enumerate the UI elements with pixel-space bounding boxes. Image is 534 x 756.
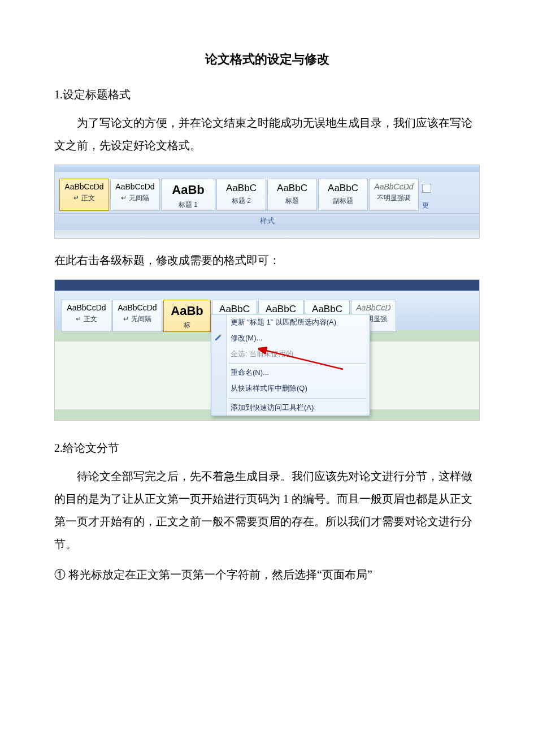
style-tile-b-2[interactable]: AaBb标: [163, 300, 211, 332]
style-label: 标题 1: [164, 200, 212, 210]
style-label: 副标题: [321, 196, 365, 206]
style-tile-1[interactable]: AaBbCcDd↵ 无间隔: [110, 179, 160, 211]
style-label: 标题 2: [219, 196, 263, 206]
ctx-select-all-unused: 全选: 当前未使用的: [211, 346, 370, 362]
context-menu-separator-2: [228, 398, 366, 399]
more-styles-button[interactable]: 更: [420, 179, 432, 211]
paragraph-3: 待论文全部写完之后，先不着急生成目录。我们应该先对论文进行分节，这样做的目的是为…: [54, 465, 480, 555]
ribbon-bottom-strip: [55, 230, 479, 238]
ctx-modify[interactable]: 修改(M)...: [211, 330, 370, 346]
window-titlebar-strip: [55, 280, 479, 291]
style-tile-5[interactable]: AaBbC副标题: [318, 179, 368, 211]
style-preview: AaBbCcDd: [113, 182, 157, 193]
document-page: 论文格式的设定与修改 1.设定标题格式 为了写论文的方便，并在论文结束之时能成功…: [0, 0, 534, 628]
style-tile-2[interactable]: AaBb标题 1: [161, 179, 215, 211]
ctx-rename[interactable]: 重命名(N)...: [211, 365, 370, 381]
dropdown-handle-icon: [422, 184, 431, 193]
style-preview: AaBb: [164, 182, 212, 199]
section-2-heading: 2.给论文分节: [54, 440, 480, 456]
context-menu-separator: [228, 363, 366, 364]
style-tile-4[interactable]: AaBbC标题: [267, 179, 317, 211]
ribbon-body: AaBbCcDd↵ 正文AaBbCcDd↵ 无间隔AaBb标题 1AaBbC标题…: [55, 172, 479, 230]
style-label: 不明显强调: [372, 193, 416, 203]
ctx-delete-label: 从快速样式库中删除(Q): [231, 384, 307, 392]
section-1-heading: 1.设定标题格式: [54, 87, 480, 102]
ctx-addqat-label: 添加到快速访问工具栏(A): [231, 403, 314, 412]
style-preview: AaBbCcDd: [62, 182, 106, 193]
style-preview: AaBb: [166, 303, 208, 320]
ctx-rename-label: 重命名(N)...: [231, 368, 269, 377]
more-styles-label: 更: [422, 201, 431, 210]
word-styles-ribbon-screenshot-2: AaBbCcDd↵ 正文AaBbCcDd↵ 无间隔AaBb标AaBbCAaBbC…: [54, 279, 480, 421]
style-preview: AaBbCcDd: [115, 303, 159, 314]
style-label: ↵ 无间隔: [113, 193, 157, 203]
style-tile-6[interactable]: AaBbCcDd不明显强调: [369, 179, 419, 211]
style-label: 标: [166, 321, 208, 330]
style-preview: AaBbC: [270, 182, 314, 195]
ctx-update-to-match-selection[interactable]: 更新 “标题 1” 以匹配所选内容(A): [211, 314, 370, 330]
ctx-update-label: 更新 “标题 1” 以匹配所选内容(A): [231, 318, 336, 326]
style-tile-b-0[interactable]: AaBbCcDd↵ 正文: [62, 300, 111, 332]
style-context-menu: 更新 “标题 1” 以匹配所选内容(A) 修改(M)... 全选: 当前未使用的…: [211, 314, 370, 416]
style-preview: AaBbC: [321, 182, 365, 195]
style-tile-b-1[interactable]: AaBbCcDd↵ 无间隔: [112, 300, 162, 332]
ribbon-group-caption: 样式: [55, 213, 479, 230]
ctx-modify-label: 修改(M)...: [231, 334, 262, 342]
document-title: 论文格式的设定与修改: [54, 51, 480, 68]
ctx-select-label: 全选: 当前未使用的: [231, 349, 293, 358]
style-label: ↵ 正文: [64, 314, 108, 324]
style-gallery: AaBbCcDd↵ 正文AaBbCcDd↵ 无间隔AaBb标题 1AaBbC标题…: [55, 175, 479, 214]
style-tile-3[interactable]: AaBbC标题 2: [216, 179, 266, 211]
ctx-remove-from-gallery[interactable]: 从快速样式库中删除(Q): [211, 381, 370, 396]
paragraph-1: 为了写论文的方便，并在论文结束之时能成功无误地生成目录，我们应该在写论文之前，先…: [54, 111, 480, 157]
ctx-add-to-qat[interactable]: 添加到快速访问工具栏(A): [211, 400, 370, 416]
style-preview: AaBbCcDd: [372, 182, 416, 193]
style-preview: AaBbCcD: [354, 303, 393, 314]
style-label: ↵ 正文: [62, 193, 106, 203]
modify-icon: [214, 332, 223, 342]
word-styles-ribbon-screenshot-1: AaBbCcDd↵ 正文AaBbCcDd↵ 无间隔AaBb标题 1AaBbC标题…: [54, 165, 480, 239]
style-tile-0[interactable]: AaBbCcDd↵ 正文: [59, 179, 109, 211]
style-label: 标题: [270, 196, 314, 206]
style-preview: AaBbCcDd: [64, 303, 108, 314]
paragraph-2: 在此右击各级标题，修改成需要的格式即可：: [54, 249, 480, 271]
style-preview: AaBbC: [219, 182, 263, 195]
numbered-step-1: ① 将光标放定在正文第一页第一个字符前，然后选择“页面布局”: [54, 563, 480, 586]
style-label: ↵ 无间隔: [115, 314, 159, 324]
ribbon-top-strip: [55, 165, 479, 172]
